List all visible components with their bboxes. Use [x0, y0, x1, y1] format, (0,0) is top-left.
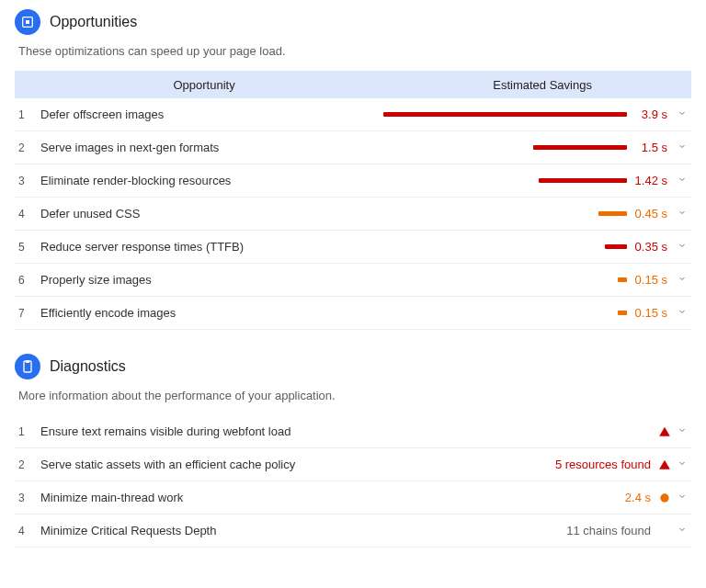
severity-icon	[656, 492, 673, 504]
opportunities-section: Opportunities These optimizations can sp…	[0, 0, 706, 337]
opportunity-label: Reduce server response times (TTFB)	[40, 240, 370, 254]
chevron-down-icon[interactable]	[673, 424, 691, 438]
chevron-down-icon[interactable]	[673, 207, 691, 220]
diagnostic-label: Minimize Critical Requests Depth	[40, 524, 566, 537]
opportunity-row[interactable]: 6Properly size images0.15 s	[15, 264, 691, 297]
diagnostic-value: 2.4 s	[625, 491, 656, 504]
savings-bar-zone	[370, 164, 627, 197]
opportunity-label: Serve images in next-gen formats	[40, 141, 370, 154]
severity-icon	[656, 425, 673, 438]
diagnostics-icon	[15, 354, 40, 379]
chevron-down-icon[interactable]	[673, 174, 691, 187]
savings-bar-zone	[370, 131, 627, 164]
row-index: 3	[15, 492, 40, 504]
diagnostic-row[interactable]: 2Serve static assets with an efficient c…	[15, 448, 691, 481]
savings-bar	[618, 311, 627, 315]
row-index: 2	[15, 141, 40, 154]
savings-value: 0.45 s	[627, 207, 673, 220]
savings-bar	[383, 112, 627, 117]
savings-bar	[533, 145, 627, 150]
opportunity-label: Defer offscreen images	[40, 107, 370, 121]
savings-bar	[605, 244, 627, 249]
opportunity-row[interactable]: 7Efficiently encode images0.15 s	[15, 297, 691, 330]
opportunity-row[interactable]: 2Serve images in next-gen formats1.5 s	[15, 131, 691, 164]
opportunity-label: Properly size images	[40, 273, 370, 287]
diagnostics-title: Diagnostics	[50, 358, 126, 375]
opportunity-row[interactable]: 4Defer unused CSS0.45 s	[15, 198, 691, 231]
chevron-down-icon[interactable]	[673, 306, 691, 320]
savings-bar-zone	[370, 297, 627, 329]
savings-value: 3.9 s	[627, 107, 673, 121]
opportunities-icon	[15, 9, 40, 35]
savings-bar	[598, 211, 627, 216]
row-index: 2	[15, 458, 40, 471]
savings-value: 1.42 s	[627, 174, 673, 187]
chevron-down-icon[interactable]	[673, 141, 691, 154]
savings-bar-zone	[370, 198, 627, 230]
row-index: 4	[15, 525, 40, 537]
diagnostic-label: Ensure text remains visible during webfo…	[40, 424, 651, 438]
opportunities-title: Opportunities	[50, 14, 137, 30]
diagnostics-subtitle: More information about the performance o…	[18, 389, 691, 402]
col-opportunity: Opportunity	[15, 78, 393, 92]
svg-rect-3	[26, 360, 29, 363]
diagnostic-row[interactable]: 1Ensure text remains visible during webf…	[15, 415, 691, 448]
svg-point-4	[660, 493, 668, 502]
savings-value: 0.15 s	[627, 306, 673, 320]
chevron-down-icon[interactable]	[673, 107, 691, 121]
row-index: 6	[15, 274, 40, 287]
diagnostics-header: Diagnostics	[15, 354, 691, 379]
opportunity-row[interactable]: 1Defer offscreen images3.9 s	[15, 98, 691, 131]
row-index: 3	[15, 175, 40, 187]
savings-bar	[618, 277, 627, 282]
chevron-down-icon[interactable]	[673, 240, 691, 254]
savings-bar-zone	[370, 264, 627, 296]
diagnostic-value: 11 chains found	[566, 524, 656, 537]
diagnostic-row[interactable]: 3Minimize main-thread work2.4 s	[15, 481, 691, 514]
chevron-down-icon[interactable]	[673, 491, 691, 504]
row-index: 4	[15, 208, 40, 220]
svg-rect-1	[26, 20, 29, 24]
savings-bar-zone	[370, 231, 627, 263]
row-index: 1	[15, 108, 40, 121]
savings-value: 0.15 s	[627, 273, 673, 287]
severity-icon	[656, 458, 673, 471]
diagnostic-label: Serve static assets with an efficient ca…	[40, 458, 555, 471]
diagnostics-rows: 1Ensure text remains visible during webf…	[15, 415, 691, 548]
col-savings: Estimated Savings	[393, 78, 691, 92]
opportunities-subtitle: These optimizations can speed up your pa…	[18, 44, 691, 58]
opportunity-label: Eliminate render-blocking resources	[40, 174, 370, 187]
savings-bar-zone	[370, 98, 627, 130]
row-index: 7	[15, 307, 40, 320]
row-index: 1	[15, 425, 40, 438]
savings-value: 0.35 s	[627, 240, 673, 254]
chevron-down-icon[interactable]	[673, 524, 691, 537]
opportunity-row[interactable]: 3Eliminate render-blocking resources1.42…	[15, 164, 691, 198]
diagnostics-section: Diagnostics More information about the p…	[0, 337, 706, 555]
diagnostic-label: Minimize main-thread work	[40, 491, 625, 504]
row-index: 5	[15, 241, 40, 254]
opportunity-label: Efficiently encode images	[40, 306, 370, 320]
chevron-down-icon[interactable]	[673, 273, 691, 287]
diagnostic-value: 5 resources found	[555, 458, 656, 471]
savings-bar	[539, 178, 627, 183]
chevron-down-icon[interactable]	[673, 458, 691, 471]
diagnostic-row[interactable]: 4Minimize Critical Requests Depth11 chai…	[15, 514, 691, 548]
opportunity-row[interactable]: 5Reduce server response times (TTFB)0.35…	[15, 231, 691, 264]
opportunities-rows: 1Defer offscreen images3.9 s2Serve image…	[15, 98, 691, 330]
opportunities-table-header: Opportunity Estimated Savings	[15, 71, 691, 98]
savings-value: 1.5 s	[627, 141, 673, 154]
opportunities-header: Opportunities	[15, 9, 691, 35]
opportunity-label: Defer unused CSS	[40, 207, 370, 220]
